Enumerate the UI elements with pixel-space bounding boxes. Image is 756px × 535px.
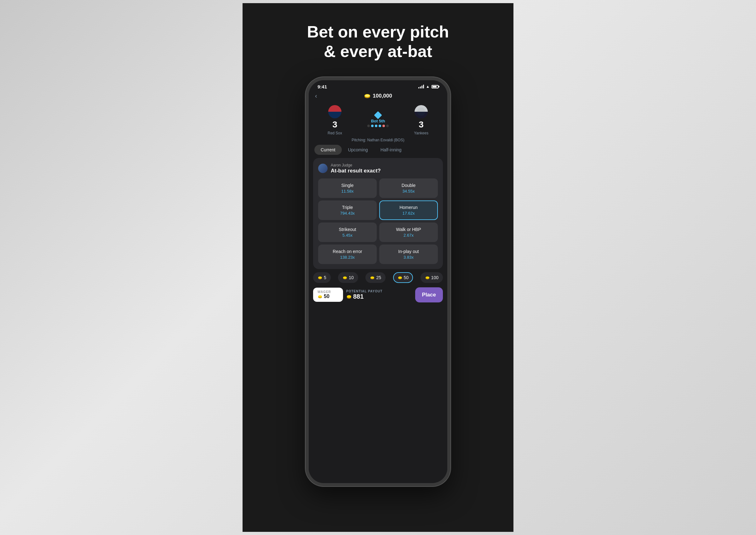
bet-option-strikeout-odds: 5.45x (343, 233, 352, 238)
bet-option-double-name: Double (402, 183, 415, 188)
chip-5[interactable]: 5 (313, 272, 331, 283)
team-home-score: 3 (419, 120, 424, 130)
chip-25[interactable]: 25 (365, 272, 385, 283)
bet-options-grid: Single 11.58x Double 34.55x Triple 794.4… (318, 179, 438, 264)
svg-point-9 (371, 276, 374, 278)
redsox-logo-svg (330, 107, 340, 116)
coins-amount: 100,000 (373, 93, 392, 99)
yankees-logo (414, 105, 428, 118)
chip-50[interactable]: 50 (393, 272, 413, 283)
notch (354, 80, 402, 90)
team-home-name: Yankees (414, 131, 428, 135)
chip-5-label: 5 (324, 275, 326, 280)
base-dot-3 (375, 125, 378, 127)
svg-point-5 (318, 276, 322, 278)
wifi-icon: ▲ (426, 84, 430, 89)
bet-option-triple-odds: 794.43x (340, 211, 355, 215)
bet-card: Aaron Judge At-bat result exact? Single … (313, 158, 443, 269)
redsox-logo (328, 105, 342, 118)
payout-coin-icon (346, 294, 352, 299)
player-avatar (318, 164, 328, 173)
payout-block: POTENTIAL PAYOUT 881 (346, 290, 412, 300)
back-button[interactable]: ‹ (315, 92, 317, 99)
wager-chips-row: 5 10 25 (309, 269, 447, 285)
player-name: Aaron Judge (331, 163, 381, 167)
coin-icon (364, 93, 371, 99)
bet-option-single-name: Single (342, 183, 354, 188)
bet-option-strikeout[interactable]: Strikeout 5.45x (318, 222, 377, 242)
out-dot-1 (382, 125, 385, 127)
status-icons: ▲ (418, 84, 438, 89)
chip-10[interactable]: 10 (338, 272, 358, 283)
phone-frame: 9:41 ▲ ‹ (306, 77, 450, 486)
svg-point-11 (398, 276, 402, 278)
bet-option-walk[interactable]: Walk or HBP 2.67x (379, 222, 438, 242)
bet-option-strikeout-name: Strikeout (339, 227, 356, 232)
wager-value: 50 (324, 294, 329, 299)
bases-row (367, 124, 389, 128)
chip-coin-icon-10 (343, 275, 348, 280)
bet-option-error[interactable]: Reach on error 138.23x (318, 244, 377, 264)
svg-point-17 (347, 295, 351, 298)
bet-card-title: Aaron Judge At-bat result exact? (331, 163, 381, 174)
chip-100[interactable]: 100 (420, 272, 443, 283)
bet-option-triple-name: Triple (342, 205, 353, 210)
chip-50-label: 50 (404, 275, 409, 280)
payout-value: 881 (353, 293, 364, 300)
inning-block: Bot 5th (367, 112, 389, 128)
base-dot-1 (367, 125, 370, 127)
phone-screen: 9:41 ▲ ‹ (309, 80, 447, 483)
outer-container: Bet on every pitch & every at-bat 9:41 ▲ (243, 3, 513, 532)
payout-value-row: 881 (346, 293, 412, 300)
bet-question: At-bat result exact? (331, 168, 381, 174)
coins-display: 100,000 (364, 93, 392, 99)
out-dot-2 (386, 125, 389, 127)
headline: Bet on every pitch & every at-bat (288, 22, 468, 61)
bet-option-error-name: Reach on error (333, 249, 362, 254)
bet-option-triple[interactable]: Triple 794.43x (318, 201, 377, 220)
tab-upcoming[interactable]: Upcoming (342, 145, 374, 155)
wager-coin-icon (318, 294, 322, 299)
bet-option-inplay[interactable]: In-play out 3.83x (379, 244, 438, 264)
team-away-block: 3 Red Sox (328, 105, 342, 135)
chip-coin-icon-100 (425, 275, 430, 280)
battery-icon (432, 85, 438, 88)
bet-option-homerun-odds: 17.62x (402, 211, 414, 215)
bet-option-walk-name: Walk or HBP (396, 227, 421, 232)
team-away-name: Red Sox (328, 131, 342, 135)
payout-label: POTENTIAL PAYOUT (346, 290, 412, 293)
tab-half-inning[interactable]: Half-inning (374, 145, 408, 155)
score-section: 3 Red Sox Bot 5th (309, 102, 447, 137)
chip-coin-icon-50 (398, 275, 403, 280)
bet-option-error-odds: 138.23x (340, 255, 355, 260)
svg-point-13 (426, 276, 429, 278)
base-dot-2 (371, 125, 374, 127)
yankees-logo-svg (416, 107, 426, 116)
signal-bars-icon (418, 85, 424, 88)
base-dot-4 (378, 125, 381, 127)
team-away-score: 3 (332, 120, 337, 130)
chip-100-label: 100 (431, 275, 438, 280)
bet-option-double[interactable]: Double 34.55x (379, 179, 438, 198)
chip-25-label: 25 (376, 275, 381, 280)
wager-label: WAGER (318, 290, 339, 294)
diamond-icon (374, 111, 382, 119)
team-home-block: 3 Yankees (414, 105, 428, 135)
bet-option-inplay-name: In-play out (398, 249, 419, 254)
inning-label: Bot 5th (371, 119, 385, 123)
bet-option-homerun[interactable]: Homerun 17.62x (379, 201, 438, 220)
chip-10-label: 10 (349, 275, 354, 280)
wager-value-row: 50 (318, 294, 339, 299)
svg-point-2 (365, 95, 370, 97)
bet-option-single[interactable]: Single 11.58x (318, 179, 377, 198)
chip-coin-icon-5 (318, 275, 322, 280)
place-button[interactable]: Place (415, 287, 443, 302)
bet-card-header: Aaron Judge At-bat result exact? (318, 163, 438, 174)
bet-option-inplay-odds: 3.83x (404, 255, 413, 260)
bet-option-single-odds: 11.58x (341, 189, 353, 194)
tab-current[interactable]: Current (315, 145, 342, 155)
tabs-row: Current Upcoming Half-inning (309, 145, 447, 158)
wager-input-box[interactable]: WAGER 50 (313, 288, 343, 302)
svg-point-15 (318, 296, 322, 298)
pitcher-info: Pitching: Nathan Eovaldi (BOS) (309, 137, 447, 145)
